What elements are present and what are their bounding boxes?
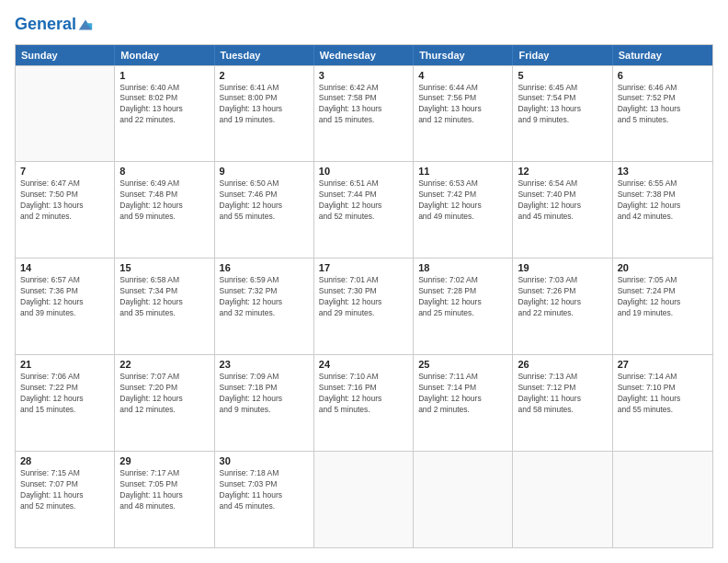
day-number: 23 [220, 359, 309, 370]
day-number: 22 [119, 359, 209, 370]
calendar-cell: 10Sunrise: 6:51 AM Sunset: 7:44 PM Dayli… [314, 162, 414, 258]
day-number: 9 [220, 166, 309, 177]
day-info: Sunrise: 6:51 AM Sunset: 7:44 PM Dayligh… [319, 178, 408, 223]
day-number: 8 [119, 166, 209, 177]
calendar-cell: 2Sunrise: 6:41 AM Sunset: 8:00 PM Daylig… [215, 66, 314, 162]
header-day-wednesday: Wednesday [314, 45, 414, 65]
calendar-cell: 3Sunrise: 6:42 AM Sunset: 7:58 PM Daylig… [314, 66, 414, 162]
calendar-cell: 29Sunrise: 7:17 AM Sunset: 7:05 PM Dayli… [115, 452, 214, 547]
day-number: 3 [319, 70, 408, 81]
calendar-cell: 22Sunrise: 7:07 AM Sunset: 7:20 PM Dayli… [115, 355, 214, 451]
calendar-cell: 15Sunrise: 6:58 AM Sunset: 7:34 PM Dayli… [115, 259, 214, 354]
day-info: Sunrise: 7:14 AM Sunset: 7:10 PM Dayligh… [618, 372, 708, 416]
calendar-cell: 21Sunrise: 7:06 AM Sunset: 7:22 PM Dayli… [16, 355, 115, 451]
day-number: 2 [220, 70, 309, 81]
calendar-cell: 1Sunrise: 6:40 AM Sunset: 8:02 PM Daylig… [115, 66, 214, 162]
calendar-cell: 23Sunrise: 7:09 AM Sunset: 7:18 PM Dayli… [215, 355, 314, 451]
day-info: Sunrise: 6:57 AM Sunset: 7:36 PM Dayligh… [20, 275, 109, 319]
day-number: 6 [618, 70, 708, 81]
calendar-cell [513, 452, 612, 547]
header-day-thursday: Thursday [414, 45, 513, 65]
calendar-cell: 16Sunrise: 6:59 AM Sunset: 7:32 PM Dayli… [215, 259, 314, 354]
calendar-cell: 9Sunrise: 6:50 AM Sunset: 7:46 PM Daylig… [215, 162, 314, 258]
calendar-cell: 26Sunrise: 7:13 AM Sunset: 7:12 PM Dayli… [513, 355, 612, 451]
day-number: 28 [20, 455, 109, 466]
day-info: Sunrise: 7:18 AM Sunset: 7:03 PM Dayligh… [220, 468, 309, 512]
calendar-cell [16, 66, 115, 162]
day-info: Sunrise: 6:55 AM Sunset: 7:38 PM Dayligh… [618, 178, 708, 223]
header-day-monday: Monday [115, 45, 214, 65]
day-info: Sunrise: 6:42 AM Sunset: 7:58 PM Dayligh… [319, 83, 408, 127]
day-number: 19 [518, 262, 607, 273]
calendar-cell: 12Sunrise: 6:54 AM Sunset: 7:40 PM Dayli… [513, 162, 612, 258]
day-number: 18 [418, 262, 507, 273]
day-info: Sunrise: 7:09 AM Sunset: 7:18 PM Dayligh… [220, 372, 309, 416]
day-number: 7 [20, 166, 109, 177]
day-number: 20 [618, 262, 708, 273]
calendar-cell: 17Sunrise: 7:01 AM Sunset: 7:30 PM Dayli… [314, 259, 414, 354]
day-number: 14 [20, 262, 109, 273]
day-info: Sunrise: 7:01 AM Sunset: 7:30 PM Dayligh… [319, 275, 408, 319]
calendar-cell: 19Sunrise: 7:03 AM Sunset: 7:26 PM Dayli… [513, 259, 612, 354]
day-info: Sunrise: 6:49 AM Sunset: 7:48 PM Dayligh… [119, 178, 209, 223]
day-info: Sunrise: 6:41 AM Sunset: 8:00 PM Dayligh… [220, 83, 309, 127]
day-info: Sunrise: 7:11 AM Sunset: 7:14 PM Dayligh… [418, 372, 507, 416]
day-number: 21 [20, 359, 109, 370]
calendar-row-1: 7Sunrise: 6:47 AM Sunset: 7:50 PM Daylig… [16, 161, 712, 258]
day-info: Sunrise: 6:58 AM Sunset: 7:34 PM Dayligh… [119, 275, 209, 319]
calendar-body: 1Sunrise: 6:40 AM Sunset: 8:02 PM Daylig… [16, 65, 712, 547]
calendar-cell [314, 452, 414, 547]
calendar-cell: 28Sunrise: 7:15 AM Sunset: 7:07 PM Dayli… [16, 452, 115, 547]
day-info: Sunrise: 6:44 AM Sunset: 7:56 PM Dayligh… [418, 83, 507, 127]
day-info: Sunrise: 7:06 AM Sunset: 7:22 PM Dayligh… [20, 372, 109, 416]
calendar-cell: 18Sunrise: 7:02 AM Sunset: 7:28 PM Dayli… [414, 259, 513, 354]
day-number: 26 [518, 359, 607, 370]
day-number: 1 [119, 70, 209, 81]
calendar-cell: 6Sunrise: 6:46 AM Sunset: 7:52 PM Daylig… [613, 66, 712, 162]
day-info: Sunrise: 7:02 AM Sunset: 7:28 PM Dayligh… [418, 275, 507, 319]
logo: General [15, 15, 94, 35]
calendar-cell: 25Sunrise: 7:11 AM Sunset: 7:14 PM Dayli… [414, 355, 513, 451]
calendar-cell: 20Sunrise: 7:05 AM Sunset: 7:24 PM Dayli… [613, 259, 712, 354]
day-info: Sunrise: 6:54 AM Sunset: 7:40 PM Dayligh… [518, 178, 607, 223]
day-number: 29 [119, 455, 209, 466]
day-info: Sunrise: 7:10 AM Sunset: 7:16 PM Dayligh… [319, 372, 408, 416]
calendar-cell: 4Sunrise: 6:44 AM Sunset: 7:56 PM Daylig… [414, 66, 513, 162]
header-day-friday: Friday [513, 45, 612, 65]
calendar-row-0: 1Sunrise: 6:40 AM Sunset: 8:02 PM Daylig… [16, 65, 712, 162]
calendar-row-3: 21Sunrise: 7:06 AM Sunset: 7:22 PM Dayli… [16, 354, 712, 451]
day-info: Sunrise: 6:53 AM Sunset: 7:42 PM Dayligh… [418, 178, 507, 223]
calendar-cell: 5Sunrise: 6:45 AM Sunset: 7:54 PM Daylig… [513, 66, 612, 162]
calendar-cell: 27Sunrise: 7:14 AM Sunset: 7:10 PM Dayli… [613, 355, 712, 451]
calendar-cell: 11Sunrise: 6:53 AM Sunset: 7:42 PM Dayli… [414, 162, 513, 258]
day-number: 25 [418, 359, 507, 370]
day-info: Sunrise: 7:03 AM Sunset: 7:26 PM Dayligh… [518, 275, 607, 319]
calendar-cell: 30Sunrise: 7:18 AM Sunset: 7:03 PM Dayli… [215, 452, 314, 547]
calendar-cell: 13Sunrise: 6:55 AM Sunset: 7:38 PM Dayli… [613, 162, 712, 258]
page: General SundayMondayTuesdayWednesdayThur… [0, 0, 728, 563]
day-number: 17 [319, 262, 408, 273]
day-info: Sunrise: 6:59 AM Sunset: 7:32 PM Dayligh… [220, 275, 309, 319]
day-info: Sunrise: 6:46 AM Sunset: 7:52 PM Dayligh… [618, 83, 708, 127]
day-number: 15 [119, 262, 209, 273]
header-day-sunday: Sunday [16, 45, 115, 65]
day-number: 11 [418, 166, 507, 177]
header-day-saturday: Saturday [613, 45, 712, 65]
day-number: 13 [618, 166, 708, 177]
calendar-header: SundayMondayTuesdayWednesdayThursdayFrid… [16, 45, 712, 65]
day-number: 30 [220, 455, 309, 466]
day-info: Sunrise: 7:17 AM Sunset: 7:05 PM Dayligh… [119, 468, 209, 512]
day-number: 16 [220, 262, 309, 273]
day-info: Sunrise: 7:13 AM Sunset: 7:12 PM Dayligh… [518, 372, 607, 416]
day-info: Sunrise: 7:07 AM Sunset: 7:20 PM Dayligh… [119, 372, 209, 416]
header: General [15, 15, 713, 35]
calendar-cell: 24Sunrise: 7:10 AM Sunset: 7:16 PM Dayli… [314, 355, 414, 451]
day-number: 10 [319, 166, 408, 177]
day-number: 12 [518, 166, 607, 177]
calendar-cell: 7Sunrise: 6:47 AM Sunset: 7:50 PM Daylig… [16, 162, 115, 258]
day-info: Sunrise: 6:40 AM Sunset: 8:02 PM Dayligh… [119, 83, 209, 127]
calendar-cell: 14Sunrise: 6:57 AM Sunset: 7:36 PM Dayli… [16, 259, 115, 354]
day-number: 24 [319, 359, 408, 370]
logo-text: General [15, 15, 76, 35]
calendar-cell [414, 452, 513, 547]
